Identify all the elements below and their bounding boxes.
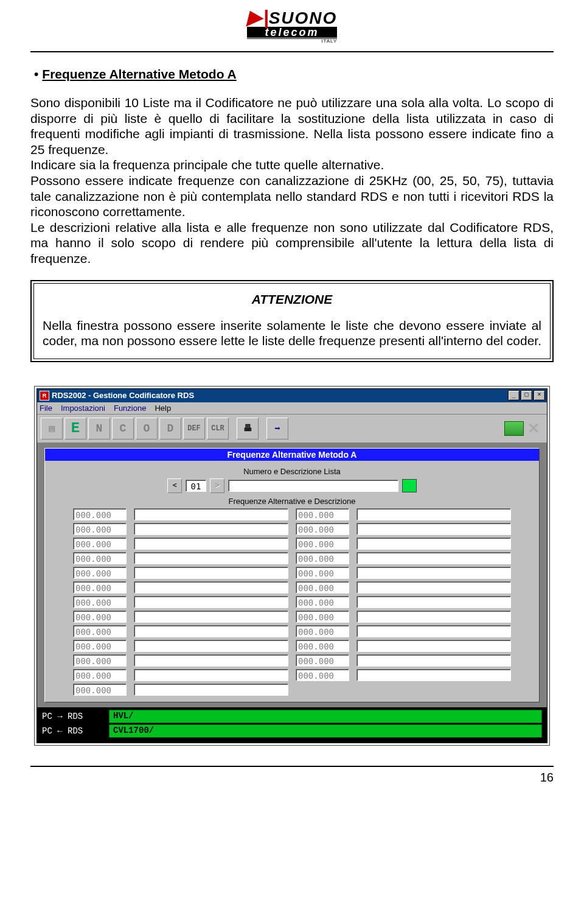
toolbar-btn-n[interactable]: N <box>88 418 110 439</box>
toolbar-btn-e[interactable]: E <box>64 418 86 439</box>
statusbar: PC → RDS HVL/ PC ← RDS CVL1700/ <box>37 707 547 743</box>
status-indicator <box>402 479 417 492</box>
toolbar: ▤ E N C O D DEF CLR 🖶 ➡ ✕ <box>37 415 547 443</box>
menu-impostazioni[interactable]: Impostazioni <box>61 404 105 413</box>
freq-value-left[interactable]: 000.000 <box>73 669 127 681</box>
freq-desc-right[interactable] <box>356 537 511 550</box>
freq-value-left[interactable]: 000.000 <box>73 552 127 564</box>
freq-desc-left[interactable] <box>134 625 288 637</box>
freq-value-right[interactable]: 000.000 <box>296 523 349 535</box>
freq-desc-left[interactable] <box>134 581 288 593</box>
freq-value-left[interactable]: 000.000 <box>73 654 127 667</box>
freq-desc-right[interactable] <box>356 508 511 520</box>
freq-value-left[interactable]: 000.000 <box>73 567 127 579</box>
freq-value-left[interactable]: 000.000 <box>73 581 127 593</box>
freq-desc-right[interactable] <box>356 523 511 535</box>
freq-desc-left[interactable] <box>134 537 288 550</box>
header-divider <box>30 51 554 52</box>
freq-value-right[interactable]: 000.000 <box>296 596 349 608</box>
freq-value-left[interactable]: 000.000 <box>73 508 127 520</box>
freq-desc-left[interactable] <box>134 611 288 623</box>
freq-desc-right[interactable] <box>356 611 511 623</box>
freq-value-left[interactable]: 000.000 <box>73 625 127 637</box>
freq-value-right[interactable]: 000.000 <box>296 654 349 667</box>
client-area: Frequenze Alternative Metodo A Numero e … <box>37 443 547 707</box>
minimize-button[interactable]: _ <box>508 390 520 401</box>
freq-desc-left[interactable] <box>134 654 288 667</box>
menu-funzione[interactable]: Funzione <box>114 404 146 413</box>
freq-desc-left[interactable] <box>134 684 288 696</box>
freq-value-right[interactable]: 000.000 <box>296 552 349 564</box>
next-list-button[interactable]: > <box>210 478 224 493</box>
panel-title: Frequenze Alternative Metodo A <box>45 449 539 461</box>
status-tx-value: HVL/ <box>109 710 542 723</box>
freq-desc-left[interactable] <box>134 669 288 681</box>
freq-value-left[interactable]: 000.000 <box>73 640 127 652</box>
freq-value-right[interactable]: 000.000 <box>296 567 349 579</box>
menu-file[interactable]: File <box>40 404 52 413</box>
freq-desc-left[interactable] <box>134 640 288 652</box>
frequency-grid: 000.000000.000000.000000.000000.000000.0… <box>55 508 529 696</box>
freq-value-left[interactable]: 000.000 <box>73 611 127 623</box>
freq-value-right[interactable]: 000.000 <box>296 611 349 623</box>
freq-value-right[interactable]: 000.000 <box>296 581 349 593</box>
status-tx-label: PC → RDS <box>42 712 109 721</box>
attention-body: Nella finestra possono essere inserite s… <box>43 318 541 349</box>
freq-desc-right[interactable] <box>356 567 511 579</box>
main-panel: Frequenze Alternative Metodo A Numero e … <box>44 448 540 702</box>
freq-value-left[interactable]: 000.000 <box>73 596 127 608</box>
list-description-field[interactable] <box>228 480 398 492</box>
freq-value-left[interactable]: 000.000 <box>73 684 127 696</box>
logo-subtitle: telecom <box>247 27 338 38</box>
menu-help[interactable]: Help <box>155 404 171 413</box>
toolbar-btn-o[interactable]: O <box>136 418 158 439</box>
freq-value-left[interactable]: 000.000 <box>73 523 127 535</box>
freq-desc-right[interactable] <box>356 654 511 667</box>
toolbar-btn-def[interactable]: DEF <box>183 418 205 439</box>
freq-desc-right[interactable] <box>356 625 511 637</box>
toolbar-btn-d[interactable]: D <box>159 418 181 439</box>
section-body: Sono disponibili 10 Liste ma il Codifica… <box>30 95 554 267</box>
status-rx-label: PC ← RDS <box>42 726 109 736</box>
app-icon: R <box>40 391 49 401</box>
attention-title: ATTENZIONE <box>43 292 541 307</box>
freq-desc-left[interactable] <box>134 552 288 564</box>
freq-desc-right[interactable] <box>356 581 511 593</box>
toolbar-btn-clr[interactable]: CLR <box>207 418 229 439</box>
list-number-field[interactable]: 01 <box>186 480 206 492</box>
freq-value-right[interactable]: 000.000 <box>296 537 349 550</box>
attention-box: ATTENZIONE Nella finestra possono essere… <box>30 280 554 362</box>
freq-desc-left[interactable] <box>134 523 288 535</box>
freq-desc-left[interactable] <box>134 508 288 520</box>
freq-desc-right[interactable] <box>356 596 511 608</box>
logo-symbol: ▶| <box>247 6 270 28</box>
close-button[interactable]: × <box>534 390 545 401</box>
section-title: Frequenze Alternative Metodo A <box>47 67 554 82</box>
toolbar-btn-arrow[interactable]: ➡ <box>266 418 288 439</box>
window-title: RDS2002 - Gestione Codificatore RDS <box>52 391 508 400</box>
freq-desc-right[interactable] <box>356 640 511 652</box>
freq-desc-right[interactable] <box>356 552 511 564</box>
toolbar-btn-1[interactable]: ▤ <box>41 418 63 439</box>
freq-desc-right[interactable] <box>356 669 511 681</box>
freq-value-left[interactable]: 000.000 <box>73 537 127 550</box>
freq-value-right[interactable]: 000.000 <box>296 625 349 637</box>
logo-country: ITALY <box>247 38 338 44</box>
toolbar-disconnect-icon[interactable]: ✕ <box>527 420 540 437</box>
freq-desc-left[interactable] <box>134 567 288 579</box>
freq-desc-left[interactable] <box>134 596 288 608</box>
logo-name: SUONO <box>269 9 338 27</box>
menubar: File Impostazioni Funzione Help <box>37 402 547 415</box>
freq-value-right[interactable]: 000.000 <box>296 640 349 652</box>
footer-divider <box>30 766 554 767</box>
freq-value-right[interactable]: 000.000 <box>296 508 349 520</box>
toolbar-connect-button[interactable] <box>504 421 524 436</box>
toolbar-btn-c[interactable]: C <box>112 418 134 439</box>
section-list-label: Numero e Descrizione Lista <box>55 467 529 476</box>
toolbar-btn-print[interactable]: 🖶 <box>237 418 259 439</box>
prev-list-button[interactable]: < <box>167 478 182 493</box>
page-number: 16 <box>30 771 554 785</box>
freq-value-right[interactable]: 000.000 <box>296 669 349 681</box>
maximize-button[interactable]: □ <box>521 390 532 401</box>
app-window: R RDS2002 - Gestione Codificatore RDS _ … <box>35 387 549 745</box>
